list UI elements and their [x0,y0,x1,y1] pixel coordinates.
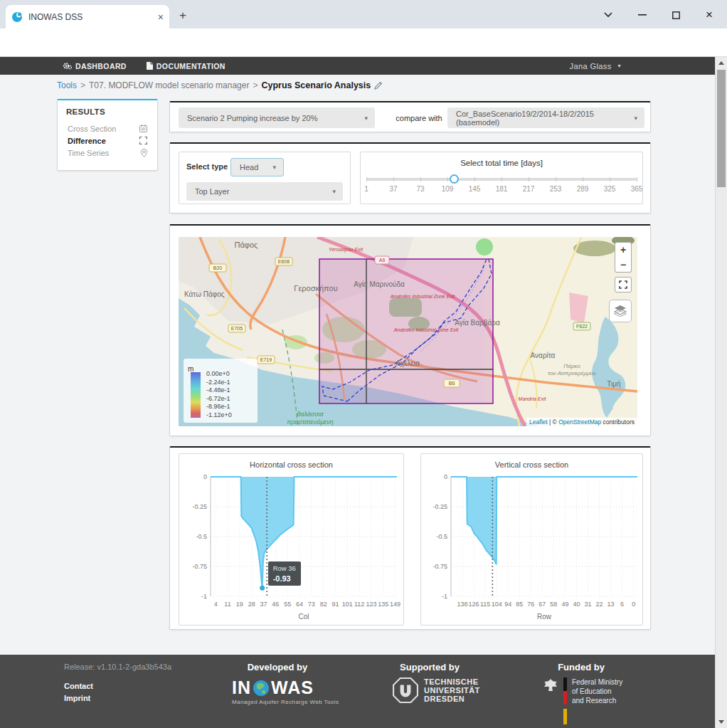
map-card: E608 B20 E705 E719 F622 B6 A6 Πάφος Κάτω… [169,224,651,436]
horizontal-cross-section-panel: Horizontal cross section 411192837465564… [179,453,404,626]
map-zoom-in-button[interactable]: + [615,242,632,258]
svg-text:4: 4 [214,601,218,608]
edit-pencil-icon[interactable] [374,81,383,90]
cross-sections-card: Horizontal cross section 411192837465564… [169,446,651,630]
breadcrumb-tools-link[interactable]: Tools [57,80,77,90]
breadcrumb-tool-link[interactable]: T07. MODFLOW model scenario manager [89,80,249,90]
legend-value: -6.72e-1 [206,395,232,403]
window-minimize-button[interactable] [632,9,653,21]
nav-documentation[interactable]: DOCUMENTATION [137,57,235,75]
bmbf-logo: Federal Ministry of Education and Resear… [543,677,622,724]
results-sidebar: RESULTS Cross Section Difference Time Se… [57,99,158,171]
sidebar-item-label: Cross Section [68,125,116,133]
time-slider-track[interactable] [366,178,637,181]
vertical-cross-section-chart[interactable]: 13812611510494857667584940312213600-0.25… [423,471,642,622]
time-slider-panel: Select total time [days] 1 37 73 109 145… [360,152,643,204]
developed-by-heading: Developed by [213,662,341,672]
slider-tick-label: 325 [604,185,616,193]
svg-text:37: 37 [260,601,267,608]
svg-text:-0.5: -0.5 [436,533,447,540]
scenario-selection-card: Scenario 2 Pumping increase by 20% ▾ com… [169,101,651,132]
slider-tick [556,177,556,181]
svg-text:E608: E608 [278,259,290,264]
new-tab-button[interactable]: + [179,9,186,23]
scrollbar-up-arrow[interactable] [718,61,724,65]
user-menu[interactable]: Jana Glass ▾ [560,57,631,75]
page-scrollbar[interactable] [715,57,727,728]
time-slider-handle[interactable] [450,174,459,184]
svg-text:135: 135 [378,601,388,608]
tud-line: UNIVERSITÄT [424,686,480,695]
sidebar-item-difference[interactable]: Difference [66,134,149,147]
leaflet-link[interactable]: Leaflet [529,418,548,426]
svg-text:67: 67 [538,601,546,608]
svg-text:Anatoliko Industrial Zone Exit: Anatoliko Industrial Zone Exit [393,327,460,332]
inowas-logo-in: IN [232,677,251,698]
svg-text:-1: -1 [201,593,207,600]
scrollbar-down-arrow[interactable] [718,720,724,724]
svg-text:101: 101 [342,601,353,608]
gear-icon [63,62,72,70]
svg-text:82: 82 [320,601,327,608]
federal-eagle-icon [543,677,558,693]
map-pin-icon [141,149,147,157]
svg-text:B6: B6 [449,381,455,386]
app-navbar: DASHBOARD DOCUMENTATION Jana Glass ▾ [0,57,715,75]
user-name: Jana Glass [570,62,612,70]
map-layers-button[interactable] [609,300,632,322]
horizontal-cross-section-chart[interactable]: 4111928374655647382911011121231351490-0.… [182,471,401,622]
svg-text:Col: Col [298,613,309,621]
tab-title: INOWAS DSS [28,12,158,22]
german-flag-bar [563,677,567,724]
browser-tab[interactable]: INOWAS DSS × [6,5,169,28]
layer-dropdown[interactable]: Top Layer ▾ [186,182,343,201]
map-zoom-out-button[interactable]: − [615,257,632,273]
sidebar-item-cross-section[interactable]: Cross Section [66,122,149,134]
slider-tick [583,177,583,181]
sidebar-item-time-series[interactable]: Time Series [66,147,149,159]
inowas-tagline: Managed Aquifer Recharge Web Tools [232,699,339,705]
browser-titlebar: INOWAS DSS × + × [0,0,727,28]
window-close-button[interactable]: × [699,9,720,21]
nav-dashboard[interactable]: DASHBOARD [53,57,137,75]
tab-search-chevron-icon[interactable] [598,9,619,21]
window-maximize-button[interactable] [665,9,686,21]
svg-text:22: 22 [596,601,603,608]
legend-value: -8.96e-1 [206,403,232,411]
base-scenario-dropdown[interactable]: Cor_BaseScenario19/2/2014-18/2/2015 (bas… [447,107,644,128]
svg-text:-0.75: -0.75 [192,563,207,570]
svg-text:11: 11 [224,601,230,608]
svg-text:E705: E705 [231,326,243,331]
imprint-link[interactable]: Imprint [64,694,90,702]
svg-text:F622: F622 [576,324,588,329]
scenario-dropdown-value: Scenario 2 Pumping increase by 20% [187,114,317,122]
tooltip-title: Row 36 [273,564,296,572]
svg-text:58: 58 [550,601,557,608]
slider-tick [529,177,529,181]
svg-text:126: 126 [469,601,479,608]
svg-text:0: 0 [632,601,635,608]
release-version: Release: v1.10.1-2-gda3b543a [64,663,171,671]
slider-tick-label: 1 [364,185,368,193]
slider-tick-label: 109 [442,185,454,193]
slider-tick [393,177,394,181]
scrollbar-thumb[interactable] [717,70,726,187]
osm-link[interactable]: OpenStreetMap [558,418,601,426]
leaflet-map[interactable]: E608 B20 E705 E719 F622 B6 A6 Πάφος Κάτω… [179,237,637,426]
type-dropdown[interactable]: Head ▾ [230,158,284,176]
inowas-logo: IN WAS [232,677,314,698]
scenario-dropdown[interactable]: Scenario 2 Pumping increase by 20% ▾ [179,107,375,128]
svg-text:B20: B20 [213,265,223,270]
svg-text:προστατευόμενη: προστατευόμενη [287,418,334,426]
select-type-label: Select type [186,162,228,171]
contact-link[interactable]: Contact [64,682,93,690]
svg-text:A6: A6 [379,258,386,263]
browser-window: INOWAS DSS × + × dev.inowas.com/too [0,0,727,728]
funded-by-heading: Funded by [524,662,638,672]
tab-close-icon[interactable]: × [158,12,164,22]
bmbf-line: Federal Ministry [572,677,622,687]
svg-text:-0.5: -0.5 [196,533,207,540]
svg-text:40: 40 [573,601,580,608]
map-fullscreen-button[interactable] [615,277,632,292]
svg-text:θαλάσσια: θαλάσσια [297,411,324,418]
